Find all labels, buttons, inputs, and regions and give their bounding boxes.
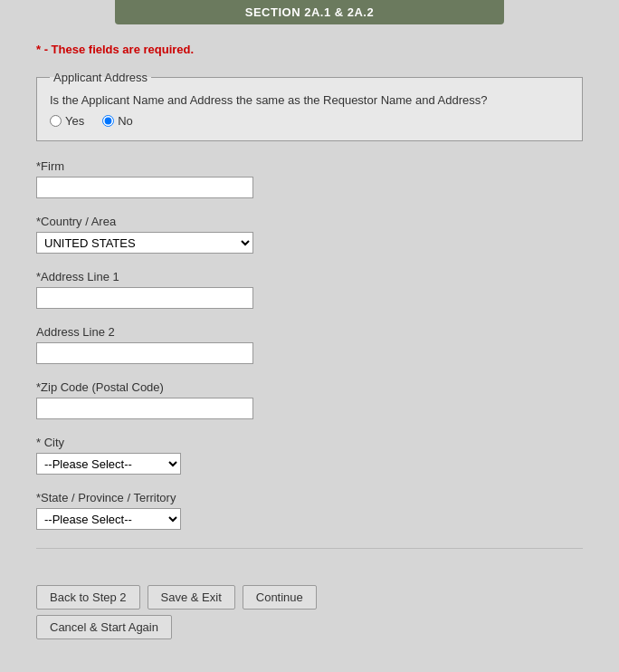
address1-input[interactable] (36, 287, 253, 309)
cancel-button[interactable]: Cancel & Start Again (36, 615, 172, 639)
fieldset-legend: Applicant Address (50, 71, 151, 84)
primary-button-row: Back to Step 2 Save & Exit Continue (36, 571, 583, 610)
city-group: * City --Please Select-- (36, 436, 583, 475)
save-exit-button[interactable]: Save & Exit (148, 585, 235, 610)
city-label: * City (36, 436, 583, 449)
country-label: *Country / Area (36, 215, 583, 228)
radio-yes[interactable] (50, 115, 62, 127)
state-group: *State / Province / Territory --Please S… (36, 491, 583, 530)
address2-group: Address Line 2 (36, 325, 583, 364)
state-label: *State / Province / Territory (36, 491, 583, 504)
radio-no-text: No (118, 114, 133, 128)
section-header: SECTION 2A.1 & 2A.2 (115, 0, 504, 24)
address1-group: *Address Line 1 (36, 270, 583, 309)
address2-input[interactable] (36, 342, 253, 364)
radio-no-label[interactable]: No (102, 114, 133, 128)
radio-no[interactable] (102, 115, 114, 127)
button-area: Back to Step 2 Save & Exit Continue Canc… (36, 548, 583, 639)
continue-button[interactable]: Continue (243, 585, 317, 610)
firm-group: *Firm (36, 159, 583, 198)
required-note: * - These fields are required. (36, 43, 583, 56)
address2-label: Address Line 2 (36, 325, 583, 339)
firm-input[interactable] (36, 177, 253, 198)
zipcode-input[interactable] (36, 398, 253, 419)
country-select[interactable]: UNITED STATES (36, 232, 253, 254)
country-group: *Country / Area UNITED STATES (36, 215, 583, 254)
required-text: - These fields are required. (41, 43, 194, 56)
secondary-button-row: Cancel & Start Again (36, 615, 583, 639)
radio-yes-text: Yes (65, 114, 84, 128)
applicant-radio-group: Yes No (50, 114, 569, 128)
back-button[interactable]: Back to Step 2 (36, 585, 140, 610)
zipcode-label: *Zip Code (Postal Code) (36, 380, 583, 394)
firm-label: *Firm (36, 159, 583, 173)
radio-yes-label[interactable]: Yes (50, 114, 84, 128)
address1-label: *Address Line 1 (36, 270, 583, 283)
city-select[interactable]: --Please Select-- (36, 453, 181, 475)
applicant-question: Is the Applicant Name and Address the sa… (50, 93, 569, 107)
applicant-address-fieldset: Applicant Address Is the Applicant Name … (36, 71, 583, 141)
state-select[interactable]: --Please Select-- (36, 508, 181, 530)
zipcode-group: *Zip Code (Postal Code) (36, 380, 583, 419)
